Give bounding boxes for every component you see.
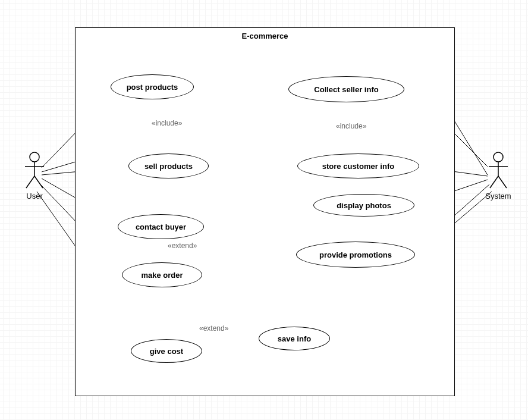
svg-line-8 (490, 176, 498, 188)
usecase-contact-buyer[interactable]: contact buyer (118, 214, 204, 239)
usecase-provide-promotions[interactable]: provide promotions (296, 242, 415, 268)
label-include-collect-store: «include» (336, 122, 366, 130)
stickman-icon (23, 151, 46, 190)
label-extend-cost-save: «extend» (199, 324, 228, 333)
usecase-give-cost[interactable]: give cost (131, 339, 202, 363)
usecase-make-order[interactable]: make order (122, 262, 202, 287)
svg-point-5 (494, 152, 503, 162)
stickman-icon (486, 151, 510, 190)
usecase-display-photos[interactable]: display photos (313, 194, 414, 217)
usecase-store-customer-info[interactable]: store customer info (297, 153, 419, 178)
label-extend-contact-order: «extend» (168, 242, 197, 250)
svg-line-9 (498, 176, 507, 188)
svg-point-0 (30, 152, 39, 162)
usecase-sell-products[interactable]: sell products (128, 153, 209, 178)
usecase-post-products[interactable]: post products (111, 74, 194, 99)
actor-system-label: System (480, 192, 516, 200)
label-include-post-sell: «include» (152, 119, 182, 127)
svg-line-4 (34, 176, 43, 188)
usecase-collect-seller-info[interactable]: Collect seller info (288, 76, 404, 102)
usecase-save-info[interactable]: save info (259, 327, 330, 350)
actor-user[interactable]: User (21, 151, 48, 200)
actor-user-label: User (21, 192, 48, 200)
system-title: E-commerce (76, 32, 454, 40)
svg-line-3 (26, 176, 34, 188)
actor-system[interactable]: System (480, 151, 516, 200)
